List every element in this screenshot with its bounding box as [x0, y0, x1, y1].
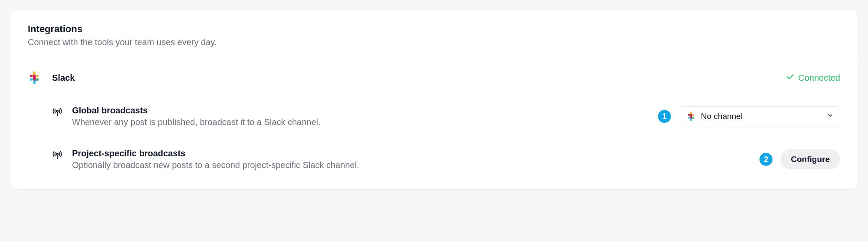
- channel-select-main[interactable]: No channel: [679, 107, 820, 126]
- settings-list: Global broadcasts Whenever any post is p…: [52, 95, 840, 181]
- setting-text: Global broadcasts Whenever any post is p…: [72, 106, 321, 127]
- integrations-card: Integrations Connect with the tools your…: [10, 10, 858, 189]
- step-badge-2: 2: [760, 153, 773, 166]
- setting-right: 1 No channel: [658, 106, 840, 126]
- setting-row-global: Global broadcasts Whenever any post is p…: [52, 95, 840, 138]
- integration-left: Slack: [28, 71, 75, 84]
- card-header: Integrations Connect with the tools your…: [10, 10, 858, 59]
- step-badge-1: 1: [658, 110, 671, 123]
- channel-select-chevron[interactable]: [820, 107, 840, 126]
- connection-status: Connected: [786, 73, 840, 83]
- setting-desc-global: Whenever any post is published, broadcas…: [72, 117, 321, 127]
- setting-text: Project-specific broadcasts Optionally b…: [72, 149, 359, 170]
- connection-status-label: Connected: [798, 73, 840, 83]
- slack-logo-icon: [28, 71, 41, 84]
- setting-title-global: Global broadcasts: [72, 106, 321, 116]
- setting-left: Global broadcasts Whenever any post is p…: [52, 106, 650, 127]
- setting-row-project: Project-specific broadcasts Optionally b…: [52, 138, 840, 181]
- integration-name: Slack: [52, 73, 75, 83]
- page-subtitle: Connect with the tools your team uses ev…: [28, 37, 840, 47]
- chevron-down-icon: [827, 112, 834, 121]
- check-icon: [786, 73, 795, 83]
- channel-select-value: No channel: [701, 112, 743, 121]
- setting-right: 2 Configure: [760, 149, 840, 169]
- broadcast-icon: [52, 149, 62, 160]
- page-title: Integrations: [28, 23, 840, 35]
- integration-header: Slack Connected: [10, 59, 858, 95]
- setting-title-project: Project-specific broadcasts: [72, 149, 359, 158]
- channel-select[interactable]: No channel: [679, 106, 840, 126]
- setting-left: Project-specific broadcasts Optionally b…: [52, 149, 752, 170]
- broadcast-icon: [52, 106, 62, 117]
- slack-mini-icon: [686, 112, 696, 121]
- setting-desc-project: Optionally broadcast new posts to a seco…: [72, 160, 359, 170]
- configure-button[interactable]: Configure: [780, 149, 840, 169]
- card-bottom-pad: [10, 181, 858, 189]
